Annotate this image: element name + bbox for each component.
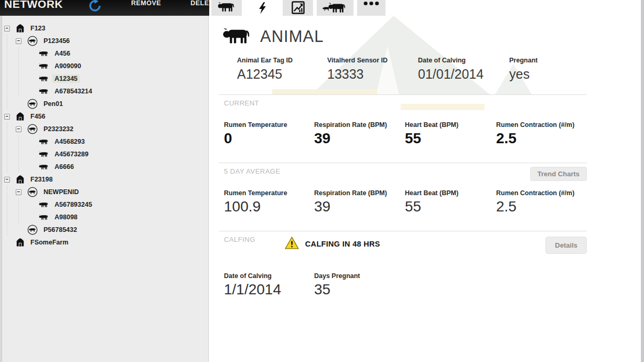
tree-item-label: P123456	[41, 37, 72, 45]
tree-item-label: A567893245	[52, 200, 94, 209]
metric-value: 2.5	[496, 198, 587, 215]
collapse-toggle[interactable]: −	[16, 189, 22, 195]
tree-item-A4568293[interactable]: A4568293	[0, 135, 208, 148]
metric: Heart Beat (BPM)55	[405, 121, 496, 147]
tree-item-label: FSomeFarm	[28, 238, 70, 247]
metric: Respiration Rate (BPM)39	[314, 121, 405, 147]
remove-button[interactable]: REMOVE	[131, 0, 161, 7]
metric-label: Date of Calving	[224, 272, 314, 280]
toggle-slot: −	[4, 26, 16, 31]
tree-item-A678543214[interactable]: A678543214	[0, 85, 208, 98]
collapse-toggle[interactable]: −	[4, 26, 10, 31]
toggle-slot: −	[4, 177, 16, 183]
tree-item-label: A456	[52, 49, 72, 58]
delete-button[interactable]: DELETE	[190, 0, 209, 7]
metric-label: Rumen Temperature	[224, 189, 314, 197]
field-label: Animal Ear Tag ID	[237, 57, 327, 64]
refresh-icon[interactable]	[88, 0, 102, 13]
cow-icon	[39, 164, 49, 170]
chart-icon	[291, 1, 305, 14]
tree-item-FSomeFarm[interactable]: FSomeFarm	[0, 236, 208, 249]
tree-item-P123456[interactable]: − P123456	[0, 35, 208, 47]
section-title: CURRENT	[224, 99, 259, 107]
section-calfing: CALFING CALFING IN 48 HRSDetailsDate of …	[219, 231, 587, 314]
toggle-slot: −	[16, 38, 27, 44]
metric: Rumen Temperature100.9	[224, 189, 314, 215]
tree-item-label: NEWPENID	[41, 188, 81, 196]
metric-label: Heart Beat (BPM)	[405, 121, 496, 129]
cow-family-icon	[323, 1, 348, 14]
metric-label: Rumen Temperature	[224, 121, 314, 129]
metric: Date of Calving1/1/2014	[224, 272, 314, 298]
tree-item-label: Pen01	[41, 100, 65, 108]
collapse-toggle[interactable]: −	[4, 177, 10, 183]
tree-item-F123[interactable]: − F123	[0, 22, 208, 35]
tree-item-A909090[interactable]: A909090	[0, 60, 208, 72]
ellipsis-icon	[363, 1, 380, 6]
tree-item-label: A45673289	[52, 150, 91, 158]
metric: Rumen Contraction (#/m)2.5	[496, 121, 587, 147]
cow-icon	[39, 139, 49, 145]
barn-icon	[16, 175, 25, 184]
tree-item-F23198[interactable]: − F23198	[0, 173, 208, 186]
collapse-toggle[interactable]: −	[4, 114, 10, 120]
tree-item-A456[interactable]: A456	[0, 47, 208, 60]
metric: Rumen Contraction (#/m)2.5	[496, 189, 587, 215]
pen-icon	[27, 225, 38, 235]
tree-item-P2323232[interactable]: − P2323232	[0, 123, 208, 135]
trend-charts-button[interactable]: Trend Charts	[530, 167, 587, 181]
metric-grid: Date of Calving1/1/2014Days Pregnant35	[224, 272, 587, 298]
metric-value: 0	[224, 130, 314, 147]
toggle-slot: −	[16, 189, 27, 195]
metric-grid: Rumen Temperature100.9Respiration Rate (…	[224, 189, 587, 215]
tab-chart[interactable]	[283, 0, 313, 16]
collapse-toggle[interactable]: −	[16, 38, 22, 44]
pen-icon	[27, 124, 38, 134]
tab-ellipsis[interactable]	[357, 0, 385, 16]
cow-icon	[222, 26, 252, 47]
metric-label: Heart Beat (BPM)	[405, 189, 496, 197]
collapse-toggle[interactable]: −	[16, 126, 22, 132]
cow-icon	[39, 63, 49, 69]
metric-value: 55	[405, 198, 496, 215]
right-scrollbar[interactable]	[640, 0, 644, 362]
cow-icon	[39, 151, 49, 157]
tree-item-label: A909090	[52, 62, 83, 70]
lightning-icon	[258, 1, 267, 15]
tree-item-A98098[interactable]: A98098	[0, 211, 208, 223]
metric-label: Rumen Contraction (#/m)	[496, 189, 587, 197]
metric-value: 2.5	[496, 130, 587, 147]
metric-grid: Rumen Temperature0Respiration Rate (BPM)…	[224, 121, 587, 147]
cow-icon	[39, 201, 49, 208]
detail-sections: CURRENTRumen Temperature0Respiration Rat…	[219, 94, 587, 314]
header-field: Animal Ear Tag IDA12345	[237, 57, 327, 82]
metric-value: 55	[405, 130, 496, 147]
tree-item-F456[interactable]: − F456	[0, 110, 208, 123]
field-value: yes	[509, 67, 600, 82]
animal-header: ANIMAL Animal Ear Tag IDA12345Vitalherd …	[209, 16, 640, 94]
main-panel: ANIMAL Animal Ear Tag IDA12345Vitalherd …	[209, 16, 640, 362]
tree-item-A12345[interactable]: A12345	[0, 72, 208, 85]
tree-item-NEWPENID[interactable]: − NEWPENID	[0, 186, 208, 198]
pen-icon	[27, 99, 38, 109]
tab-cow-family[interactable]	[317, 0, 353, 16]
tree-item-Pen01[interactable]: Pen01	[0, 98, 208, 110]
alert-text: CALFING IN 48 HRS	[305, 240, 380, 248]
metric-value: 39	[314, 130, 405, 147]
section-5-day-average: 5 DAY AVERAGETrend ChartsRumen Temperatu…	[219, 163, 587, 231]
barn-icon	[16, 112, 25, 121]
cow-icon	[217, 1, 236, 13]
details-button[interactable]: Details	[545, 237, 587, 254]
page-title: ANIMAL	[260, 27, 324, 46]
metric-value: 39	[314, 198, 405, 215]
tree-item-P56785432[interactable]: P56785432	[0, 223, 208, 236]
tree-item-A45673289[interactable]: A45673289	[0, 148, 208, 161]
toggle-slot: −	[16, 126, 27, 132]
farm-tree: − F123− P123456 A456 A909090 A12345 A678…	[0, 22, 208, 249]
metric-value: 100.9	[224, 198, 314, 215]
tab-cow[interactable]	[211, 0, 242, 16]
tab-lightning[interactable]	[245, 0, 279, 16]
tree-item-A6666[interactable]: A6666	[0, 161, 208, 173]
tree-item-A567893245[interactable]: A567893245	[0, 198, 208, 211]
toggle-slot: −	[4, 114, 16, 120]
